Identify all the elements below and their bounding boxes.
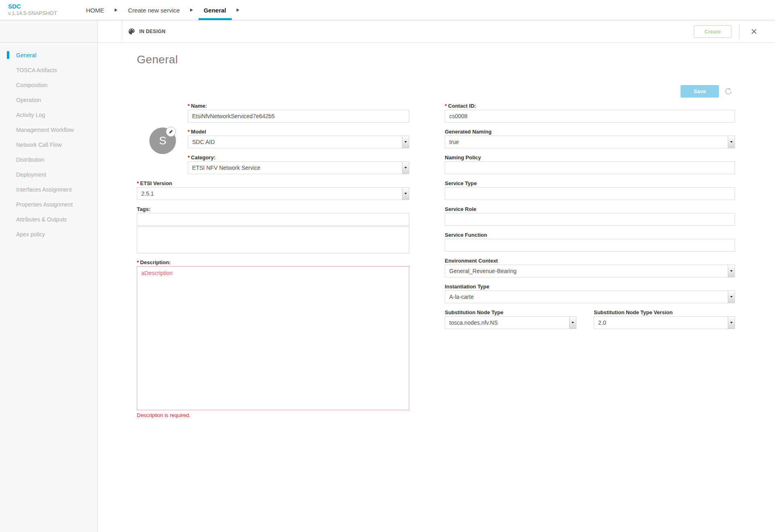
dropdown-arrow-icon[interactable] [728,136,735,148]
field-model: *ModelSDC AID [188,128,409,148]
substitution-row: Substitution Node Typetosca.nodes.nfv.NS… [445,309,735,329]
dropdown-arrow-icon[interactable] [402,162,409,174]
sidebar-item-distribution[interactable]: Distribution [0,152,97,167]
category-select[interactable]: ETSI NFV Network Service [188,161,409,174]
save-button[interactable]: Save [681,85,719,98]
naming-policy-input[interactable] [445,161,735,174]
sidebar-item-apex-policy[interactable]: Apex policy [0,227,97,242]
sidebar: GeneralTOSCA ArtifactsCompositionOperati… [0,20,98,532]
main-area: IN DESIGN Create General Save [98,20,775,532]
service-type-label: Service Type [445,180,735,187]
tags-input[interactable] [137,213,409,226]
field-contact-id: *Contact ID: [445,102,735,123]
sidebar-item-general[interactable]: General [0,48,97,63]
service-function-input[interactable] [445,239,735,252]
breadcrumb-caret-icon [237,8,239,12]
palette-icon [128,27,136,35]
contact-id-input[interactable] [445,110,735,123]
field-category: *Category:ETSI NFV Network Service [188,154,409,174]
sidebar-item-attributes-outputs[interactable]: Attributes & Outputs [0,212,97,227]
breadcrumb-caret-icon [115,8,117,12]
etsi-version-label: *ETSI Version [137,180,409,187]
required-asterisk: * [137,259,139,265]
status-label: IN DESIGN [139,29,165,34]
create-button[interactable]: Create [694,25,731,38]
breadcrumb-item-general[interactable]: General [203,0,226,20]
etsi-version-value: 2.5.1 [141,190,154,197]
contact-id-label: *Contact ID: [445,102,735,109]
field-generated-naming: Generated Namingtrue [445,128,735,148]
field-description: *Description:Description is required. [137,259,409,418]
dropdown-arrow-icon[interactable] [728,291,735,303]
substitution-node-type-label: Substitution Node Type [445,309,576,316]
breadcrumb-item-home[interactable]: HOME [86,0,104,20]
field-environment-context: Environment ContextGeneral_Revenue-Beari… [445,257,735,277]
body-row: GeneralTOSCA ArtifactsCompositionOperati… [0,20,775,532]
pencil-icon [169,129,173,134]
description-textarea[interactable] [137,266,409,410]
required-asterisk: * [445,103,447,109]
status-bar: IN DESIGN Create [98,20,775,43]
sidebar-item-operation[interactable]: Operation [0,92,97,107]
generated-naming-label: Generated Naming [445,128,735,135]
substitution-node-type-version-select[interactable]: 2.0 [594,316,735,329]
dropdown-arrow-icon[interactable] [569,317,576,329]
sidebar-item-properties-assignment[interactable]: Properties Assignment [0,197,97,212]
redo-icon [724,87,733,96]
service-type-input[interactable] [445,187,735,200]
field-instantiation-type: Instantiation TypeA-la-carte [445,283,735,303]
tags-list-area [137,226,409,253]
substitution-node-type-select[interactable]: tosca.nodes.nfv.NS [445,316,576,329]
dropdown-arrow-icon[interactable] [402,136,409,148]
app-name: SDC [8,3,57,10]
dropdown-arrow-icon[interactable] [728,317,735,329]
name-input[interactable] [188,110,409,123]
model-select[interactable]: SDC AID [188,136,409,148]
sidebar-item-composition[interactable]: Composition [0,77,97,92]
general-page: General Save S [98,43,775,532]
description-label: *Description: [137,259,409,266]
field-name: *Name: [188,102,409,123]
sidebar-item-deployment[interactable]: Deployment [0,167,97,182]
statusbar-divider [122,20,122,42]
dropdown-arrow-icon[interactable] [402,188,409,200]
instantiation-type-select[interactable]: A-la-carte [445,290,735,303]
name-label: *Name: [188,102,409,109]
field-substitution-node-type-version: Substitution Node Type Version2.0 [594,309,735,329]
generated-naming-select[interactable]: true [445,136,735,148]
field-substitution-node-type: Substitution Node Typetosca.nodes.nfv.NS [445,309,576,329]
lifecycle-status: IN DESIGN [128,20,165,43]
breadcrumb: HOMECreate new serviceGeneral [86,0,239,20]
top-header: SDC v.1.14.5-SNAPSHOT HOMECreate new ser… [0,0,775,20]
instantiation-type-label: Instantiation Type [445,283,735,290]
close-button[interactable] [749,27,759,36]
app-logo[interactable]: SDC v.1.14.5-SNAPSHOT [8,3,57,16]
revert-button[interactable] [724,87,733,96]
sidebar-item-management-workflow[interactable]: Management Workflow [0,122,97,137]
required-asterisk: * [137,180,139,186]
sidebar-top-strip [0,20,97,43]
close-icon [751,28,757,35]
sidebar-item-activity-log[interactable]: Activity Log [0,107,97,122]
category-value: ETSI NFV Network Service [192,165,260,171]
statusbar-vertical-divider [739,24,739,39]
field-tags: Tags: [137,206,409,253]
required-asterisk: * [188,129,190,135]
breadcrumb-caret-icon [190,8,193,12]
service-role-input[interactable] [445,213,735,226]
field-service-type: Service Type [445,180,735,200]
model-label: *Model [188,128,409,135]
sidebar-item-network-call-flow[interactable]: Network Call Flow [0,137,97,152]
model-value: SDC AID [192,139,215,145]
naming-policy-label: Naming Policy [445,154,735,161]
etsi-version-select[interactable]: 2.5.1 [137,187,409,200]
dropdown-arrow-icon[interactable] [728,265,735,277]
breadcrumb-item-create-new-service[interactable]: Create new service [128,0,180,20]
avatar-letter: S [159,135,166,147]
sidebar-item-tosca-artifacts[interactable]: TOSCA Artifacts [0,63,97,77]
edit-avatar-button[interactable] [166,127,176,137]
environment-context-select[interactable]: General_Revenue-Bearing [445,265,735,277]
category-label: *Category: [188,154,409,161]
sidebar-item-interfaces-assignment[interactable]: Interfaces Assignment [0,182,97,197]
instantiation-type-value: A-la-carte [449,294,474,300]
